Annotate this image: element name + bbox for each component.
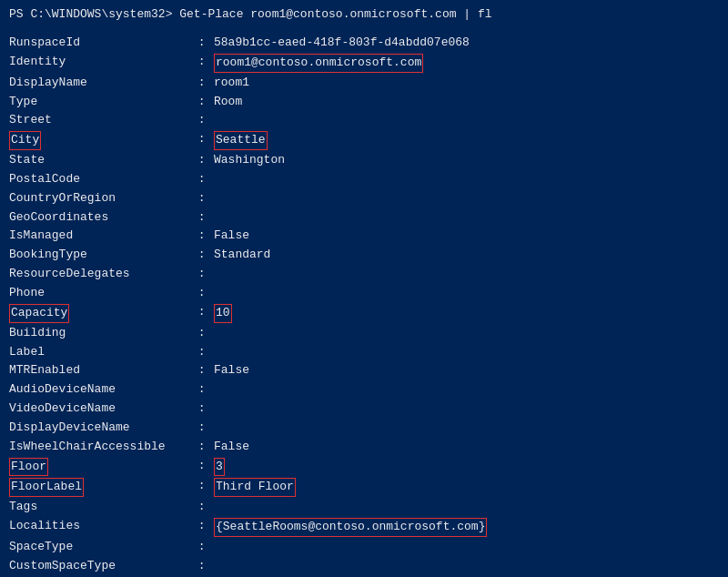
output-table: RunspaceId : 58a9b1cc-eaed-418f-803f-d4a… [9,28,719,577]
row-value [214,538,719,557]
row-value: False [214,227,719,246]
row-key: State [9,151,191,170]
row-colon: : [191,246,214,265]
row-colon: : [191,361,214,380]
row-value: Standard [214,246,719,265]
row-colon: : [191,438,214,457]
table-row: Localities : {SeattleRooms@contoso.onmic… [9,517,719,538]
row-colon: : [191,380,214,400]
row-key: SpaceType [9,538,191,557]
table-row: DisplayDeviceName : [9,419,719,438]
row-colon: : [191,343,214,362]
row-value: Washington [214,151,719,170]
row-key: IsWheelChairAccessible [9,438,191,457]
table-row: VideoDeviceName : [9,400,719,419]
row-value [214,343,719,362]
table-row: Building : [9,324,719,343]
table-row: BookingType : Standard [9,246,719,265]
row-key: Localities [9,517,191,538]
row-colon: : [191,324,214,343]
row-key: VideoDeviceName [9,400,191,419]
table-row: RunspaceId : 58a9b1cc-eaed-418f-803f-d4a… [9,34,719,53]
row-key: BookingType [9,246,191,265]
row-value [214,284,719,303]
row-key: PostalCode [9,170,191,189]
row-key: RunspaceId [9,34,191,53]
row-value [214,557,719,576]
row-colon: : [191,170,214,189]
row-colon: : [191,74,214,93]
row-value: Third Floor [214,477,719,498]
row-value: 58a9b1cc-eaed-418f-803f-d4abdd07e068 [214,34,719,53]
row-colon: : [191,284,214,303]
table-row: IsWheelChairAccessible : False [9,438,719,457]
row-value: room1@contoso.onmicrosoft.com [214,53,719,74]
row-key: Identity [9,53,191,74]
row-colon: : [191,151,214,170]
row-value: Seattle [214,130,719,151]
table-row: DisplayName : room1 [9,74,719,93]
row-key: Type [9,93,191,112]
row-value: 10 [214,303,719,324]
row-value [214,400,719,419]
table-row: Tags : [9,498,719,517]
row-key: IsManaged [9,227,191,246]
row-colon: : [191,227,214,246]
table-row: City : Seattle [9,130,719,151]
row-value [214,324,719,343]
table-row: Floor : 3 [9,457,719,478]
row-value [214,380,719,400]
row-value [214,265,719,284]
row-colon: : [191,517,214,538]
row-colon: : [191,208,214,228]
row-key: GeoCoordinates [9,208,191,228]
row-value: room1 [214,74,719,93]
row-colon: : [191,34,214,53]
row-key: FloorLabel [9,477,191,498]
row-colon: : [191,93,214,112]
row-key: ResourceDelegates [9,265,191,284]
table-row: Identity : room1@contoso.onmicrosoft.com [9,53,719,74]
row-colon: : [191,265,214,284]
table-row: ResourceDelegates : [9,265,719,284]
row-value: False [214,438,719,457]
row-colon: : [191,498,214,517]
table-row: CountryOrRegion : [9,189,719,208]
row-colon: : [191,130,214,151]
table-row: AudioDeviceName : [9,380,719,400]
row-value [214,170,719,189]
row-colon: : [191,538,214,557]
row-colon: : [191,303,214,324]
row-key: CountryOrRegion [9,189,191,208]
row-key: DisplayName [9,74,191,93]
table-row: CustomSpaceType : [9,557,719,576]
row-value [214,189,719,208]
row-key: Capacity [9,303,191,324]
row-key: MTREnabled [9,361,191,380]
row-value: {SeattleRooms@contoso.onmicrosoft.com} [214,517,719,538]
row-value: Room [214,93,719,112]
table-row: SpaceType : [9,538,719,557]
table-row: Capacity : 10 [9,303,719,324]
row-key: CustomSpaceType [9,557,191,576]
table-row: MTREnabled : False [9,361,719,380]
row-value [214,111,719,130]
row-colon: : [191,111,214,130]
table-row: FloorLabel : Third Floor [9,477,719,498]
table-row: Label : [9,343,719,362]
row-colon: : [191,400,214,419]
table-row: Type : Room [9,93,719,112]
table-row: GeoCoordinates : [9,208,719,228]
row-key: DisplayDeviceName [9,419,191,438]
table-row: State : Washington [9,151,719,170]
table-row: PostalCode : [9,170,719,189]
row-key: Phone [9,284,191,303]
table-row: IsManaged : False [9,227,719,246]
row-key: Tags [9,498,191,517]
row-colon: : [191,419,214,438]
row-colon: : [191,53,214,74]
row-value [214,498,719,517]
row-value: 3 [214,457,719,478]
row-key: Building [9,324,191,343]
row-key: Street [9,111,191,130]
